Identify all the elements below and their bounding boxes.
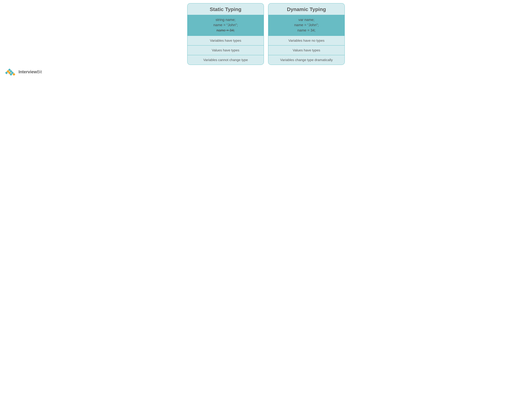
comparison-container: Static Typing string name; name = “John”… [187, 3, 345, 65]
dynamic-feature-3: Variables change type dramatically [268, 55, 344, 65]
static-code-block: string name; name = “John”; name = 34; [188, 15, 264, 36]
dynamic-feature-2: Values have types [268, 45, 344, 55]
logo-text-light: Bit [37, 69, 42, 74]
logo-text: InterviewBit [19, 69, 42, 74]
dynamic-code-line-2: name = “John”; [270, 22, 342, 28]
static-typing-card: Static Typing string name; name = “John”… [187, 3, 264, 65]
dynamic-code-line-1: var name; [270, 17, 342, 22]
static-code-line-3-strikethrough: name = 34; [190, 28, 262, 33]
dynamic-typing-card: Dynamic Typing var name; name = “John”; … [268, 3, 345, 65]
dynamic-feature-1: Variables have no types [268, 36, 344, 45]
static-feature-2: Values have types [188, 45, 264, 55]
logo-text-bold: Interview [19, 69, 37, 74]
dynamic-card-title: Dynamic Typing [268, 3, 344, 15]
static-feature-3: Variables cannot change type [188, 55, 264, 65]
dynamic-code-line-3: name = 34; [270, 28, 342, 33]
dynamic-code-block: var name; name = “John”; name = 34; [268, 15, 344, 36]
static-code-line-2: name = “John”; [190, 22, 262, 28]
static-code-line-1: string name; [190, 17, 262, 22]
static-card-title: Static Typing [188, 3, 264, 15]
logo-icon [5, 68, 17, 75]
static-feature-1: Variables have types [188, 36, 264, 45]
brand-logo: InterviewBit [5, 68, 528, 75]
